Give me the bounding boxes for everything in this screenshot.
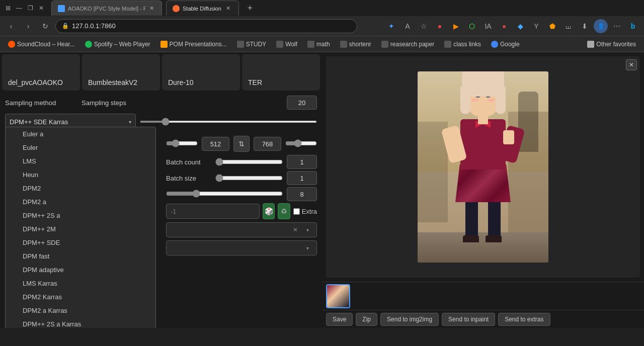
url-box[interactable]: 🔒 127.0.0.1:7860 [55,19,357,33]
extension-icon-2[interactable]: A [400,19,415,33]
model-card-bumble[interactable]: BumblesteakV2 [82,54,160,91]
new-tab-button[interactable]: + [243,1,257,15]
tab-stable-diffusion[interactable]: Stable Diffusion ✕ [166,1,239,16]
dropdown-scrollable[interactable]: Euler a Euler LMS Heun DPM2 [6,127,155,328]
script-row-2: ▾ [166,240,317,255]
sampling-method-row: Sampling method Sampling steps [5,96,317,110]
zip-button[interactable]: Zip [356,313,377,326]
dropdown-item-euler-a[interactable]: Euler a [6,127,155,141]
batch-count-input[interactable] [287,155,317,169]
width-slider[interactable] [166,139,198,147]
batch-size-slider[interactable] [215,174,283,182]
maximize-button[interactable]: ❐ [26,4,34,12]
dropdown-item-dpm2-karras[interactable]: DPM2 Karras [6,290,155,304]
dropdown-item-dpmpp-2m[interactable]: DPM++ 2M [6,222,155,236]
extension-icon-4[interactable]: ▶ [449,19,463,33]
star-icon[interactable]: ☆ [417,19,431,33]
steps-input[interactable] [287,96,317,110]
batch-size-input[interactable] [287,171,317,185]
dropdown-item-lms-karras[interactable]: LMS Karras [6,277,155,290]
bookmark-research[interactable]: reasearch paper [377,39,438,49]
script-chevron-2-button[interactable]: ▾ [302,243,312,253]
dropdown-label-lms-karras: LMS Karras [23,280,57,287]
menu-button[interactable]: ⋯ [610,19,624,33]
dropdown-item-dpm2[interactable]: DPM2 [6,182,155,195]
tab-close-sd[interactable]: ✕ [224,5,232,13]
thumbnail-1[interactable] [326,284,350,308]
extension-icon-9[interactable]: Y [529,19,543,33]
batch-count-slider[interactable] [215,158,283,166]
bookmark-pom[interactable]: POM Presentations... [156,39,231,49]
bookmark-class-label: class links [453,41,481,48]
script-clear-button[interactable]: ✕ [290,225,300,235]
steps-slider[interactable] [140,121,317,123]
bookmark-more[interactable]: Other favorites [583,39,640,49]
bookmark-shorten[interactable]: shortenr [336,39,375,49]
dropdown-item-dpm-fast[interactable]: DPM fast [6,249,155,263]
model-card-del[interactable]: del_pvcAOAOKO [2,54,80,91]
dropdown-item-euler[interactable]: Euler [6,141,155,154]
save-button[interactable]: Save [326,313,353,326]
bookmark-wolf[interactable]: Wolf [272,39,301,49]
download-icon[interactable]: ⬇ [578,19,592,33]
extension-icon-6[interactable]: IA [481,19,495,33]
model-card-dure[interactable]: Dure-10 [162,54,240,91]
dropdown-item-dpmpp-sde[interactable]: DPM++ SDE [6,236,155,249]
tab-grid-icon[interactable]: ⊞ [4,4,12,12]
extension-icon-5[interactable]: ⬡ [465,19,479,33]
seed-input[interactable] [166,204,260,219]
dropdown-item-dpm2-a-karras[interactable]: DPM2 a Karras [6,304,155,317]
close-button[interactable]: ✕ [37,4,45,12]
char-right-shoe [486,235,502,242]
swap-button[interactable]: ⇅ [233,136,250,152]
dice-icon-button[interactable]: 🎲 [263,203,275,219]
cfg-input[interactable] [287,187,317,201]
extension-icon-7[interactable]: ● [497,19,511,33]
bookmark-soundcloud[interactable]: SoundCloud – Hear... [4,39,79,49]
bing-icon[interactable]: b [626,19,640,33]
width-container [166,139,198,149]
left-panel: del_pvcAOAOKO BumblesteakV2 Dure-10 TER … [0,52,322,328]
bookmark-spotify[interactable]: Spotify – Web Player [81,39,154,49]
dropdown-item-lms[interactable]: LMS [6,154,155,168]
model-cards-row: del_pvcAOAOKO BumblesteakV2 Dure-10 TER [0,52,322,93]
extension-icon-1[interactable]: ✦ [384,19,398,33]
extension-icon-3[interactable]: ● [433,19,447,33]
dropdown-item-dpm-adaptive[interactable]: DPM adaptive [6,263,155,277]
extension-icon-8[interactable]: ◆ [513,19,527,33]
width-input[interactable] [202,137,229,151]
reload-button[interactable]: ↻ [38,19,52,33]
extension-icon-10[interactable]: ⬟ [545,19,559,33]
script-dropdown-2[interactable]: ▾ [166,240,317,255]
cfg-slider[interactable] [166,190,283,198]
model-card-ter[interactable]: TER [242,54,320,91]
tab-aoaoko[interactable]: AOAOKO [PVC Style Model] - PV... ✕ [51,1,162,16]
extra-checkbox[interactable] [293,208,300,215]
bookmark-google[interactable]: Google [487,39,524,49]
script-chevron-button[interactable]: ▾ [302,225,312,235]
bookmark-math[interactable]: math [303,39,334,49]
minimize-button[interactable]: — [15,4,23,12]
height-input[interactable] [254,137,281,151]
script-dropdown-1[interactable]: ✕ ▾ [166,222,317,237]
dropdown-item-dpmpp-2s-a[interactable]: DPM++ 2S a [6,209,155,222]
recycle-button[interactable]: ♻ [278,203,290,219]
send-inpaint-button[interactable]: Send to inpaint [442,313,495,326]
extensions-button[interactable]: ⧢ [561,19,576,33]
dropdown-item-heun[interactable]: Heun [6,168,155,182]
dropdown-item-dpm2-a[interactable]: DPM2 a [6,195,155,209]
height-slider[interactable] [285,139,317,147]
char-vest [460,119,506,169]
back-button[interactable]: ‹ [4,19,18,33]
bookmark-class[interactable]: class links [440,39,485,49]
close-image-button[interactable]: ✕ [626,59,637,70]
send-extras-button[interactable]: Send to extras [498,313,550,326]
send-img2img-button[interactable]: Send to img2img [380,313,439,326]
extra-checkbox-label[interactable]: Extra [293,208,317,215]
dropdown-item-dpmpp-2s-a-karras[interactable]: DPM++ 2S a Karras [6,317,155,328]
tab-close-aoaoko[interactable]: ✕ [148,5,155,13]
forward-button[interactable]: › [21,19,35,33]
avatar[interactable]: 👤 [594,19,608,33]
bookmark-study[interactable]: STUDY [233,39,271,49]
cfg-slider-container [166,190,283,199]
